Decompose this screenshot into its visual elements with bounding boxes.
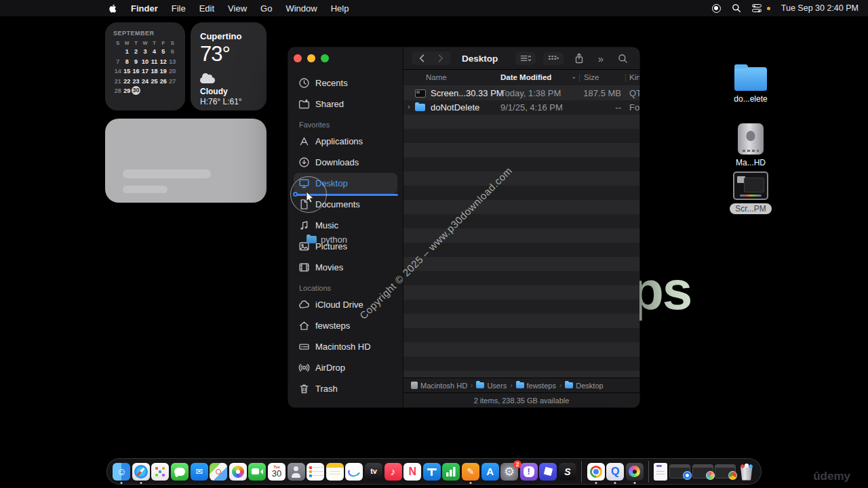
dock-mail[interactable]: ✉ <box>191 463 208 481</box>
column-header-name[interactable]: Name <box>426 73 447 81</box>
zoom-button[interactable] <box>321 54 329 62</box>
file-row-screen-30-33-pm[interactable]: Screen...30.33 PMToday, 1:38 PM187.5 MBQ… <box>403 86 639 100</box>
dock-minimized-window-1[interactable] <box>669 464 690 479</box>
dock-freeform[interactable] <box>345 463 363 481</box>
calendar-date-2: 2 <box>132 47 140 57</box>
dock-purple-exclaim-app[interactable]: ! <box>520 463 538 481</box>
dock-news[interactable]: N <box>403 463 421 481</box>
dock-launchpad[interactable] <box>151 463 169 481</box>
dock-music[interactable]: ♪ <box>384 463 402 481</box>
desktop-icon-donotdelete[interactable]: do...elete <box>722 67 780 104</box>
more-toolbar-button[interactable]: » <box>595 52 607 66</box>
calendar-widget[interactable]: SEPTEMBER SMTWTFS 1234567891011121314151… <box>105 22 185 110</box>
minimize-button[interactable] <box>307 54 315 62</box>
calendar-day-number: 30 <box>272 468 281 479</box>
file-list[interactable]: Screen...30.33 PMToday, 1:38 PM187.5 MBQ… <box>403 86 639 378</box>
menu-clock[interactable]: Tue Sep 30 2:40 PM <box>781 3 859 13</box>
path-segment-fewsteps[interactable]: fewsteps <box>516 382 556 390</box>
sidebar-item-fewsteps[interactable]: fewsteps <box>294 315 397 336</box>
dock-quicktime-player[interactable]: Q <box>606 463 624 481</box>
dock-document[interactable] <box>654 463 667 481</box>
placeholder-widget[interactable] <box>105 119 267 203</box>
sidebar-item-airdrop[interactable]: AirDrop <box>294 357 397 378</box>
calendar-date-10: 10 <box>140 57 149 67</box>
menu-item-edit[interactable]: Edit <box>193 3 221 14</box>
dock: ☺✉Tue30tv♪N✎A⚙2!SQ <box>106 458 762 485</box>
desktop-icon-screenshot[interactable]: Scr...PM <box>722 171 780 214</box>
dock-app-store[interactable]: A <box>481 463 499 481</box>
desktop: { "menu_bar": { "items": ["Finder", "Fil… <box>0 0 868 488</box>
column-divider[interactable] <box>579 74 580 82</box>
dock-messages[interactable] <box>171 463 189 481</box>
menu-item-file[interactable]: File <box>165 3 193 14</box>
column-header-size[interactable]: Size <box>584 73 599 81</box>
dock-calendar[interactable]: Tue30 <box>268 463 285 481</box>
desktop-icon-macintosh-hd[interactable]: Ma...HD <box>722 123 780 167</box>
menu-item-view[interactable]: View <box>221 3 254 14</box>
sidebar-item-downloads[interactable]: Downloads <box>294 152 397 173</box>
sidebar-item-icloud-drive[interactable]: iCloud Drive <box>294 294 397 315</box>
dock-safari[interactable] <box>132 463 150 481</box>
dock-photos[interactable] <box>229 463 247 481</box>
spotlight-search-icon[interactable] <box>732 3 741 13</box>
column-header-date-modified[interactable]: Date Modified <box>500 73 551 81</box>
dock-maps[interactable] <box>210 463 227 481</box>
path-segment-desktop[interactable]: Desktop <box>565 382 603 390</box>
forward-button[interactable] <box>436 54 445 63</box>
dock-facetime[interactable] <box>248 463 266 481</box>
dock-minimized-window-2[interactable] <box>692 464 713 479</box>
sidebar-item-shared[interactable]: Shared <box>294 94 397 115</box>
dock-keynote[interactable] <box>423 463 441 481</box>
menu-item-go[interactable]: Go <box>254 3 279 14</box>
control-center-icon[interactable] <box>752 4 762 12</box>
view-options-button[interactable] <box>515 52 536 65</box>
dock-pages[interactable]: ✎ <box>462 463 479 481</box>
dock-trash[interactable] <box>738 463 755 481</box>
path-segment-users[interactable]: Users <box>476 382 507 390</box>
placeholder-bar <box>123 169 211 178</box>
sidebar-item-applications[interactable]: Applications <box>294 131 397 152</box>
chevron-double-right-icon: » <box>598 54 604 64</box>
dock-final-cut-pro[interactable] <box>626 463 644 481</box>
column-header-kind[interactable]: Kind <box>629 73 639 81</box>
sidebar-item-music[interactable]: Music <box>294 215 397 236</box>
dock-contacts[interactable] <box>288 463 305 481</box>
file-date-modified: Today, 1:38 PM <box>500 88 561 98</box>
calendar-date-13: 13 <box>168 57 177 67</box>
weather-widget[interactable]: Cupertino 73° Cloudy H:76° L:61° <box>191 22 267 110</box>
dock-s-app[interactable]: S <box>559 463 576 481</box>
dock-blue-square-app[interactable] <box>539 463 557 481</box>
running-indicator-dot <box>595 482 597 484</box>
dock-system-settings[interactable]: ⚙2 <box>500 463 518 481</box>
sidebar-item-macintosh-hd[interactable]: Macintosh HD <box>294 336 397 357</box>
dock-apple-tv[interactable]: tv <box>365 463 382 481</box>
apple-menu[interactable] <box>102 3 124 14</box>
menu-item-finder[interactable]: Finder <box>124 3 165 14</box>
dragged-item-python[interactable]: python <box>307 235 347 245</box>
dock-finder[interactable]: ☺ <box>113 463 130 481</box>
column-divider[interactable] <box>625 74 626 82</box>
menu-item-window[interactable]: Window <box>279 3 323 14</box>
calendar-grid: 1234567891011121314151617181920212223242… <box>113 47 177 96</box>
screen-recording-indicator-icon[interactable] <box>712 4 721 13</box>
back-button[interactable] <box>418 54 427 63</box>
path-segment-macintosh-hd[interactable]: Macintosh HD <box>411 382 467 390</box>
dock-google-chrome[interactable] <box>587 463 605 481</box>
search-button[interactable] <box>614 52 631 66</box>
finder-toolbar: Desktop » <box>403 47 639 70</box>
dock-numbers[interactable] <box>442 463 460 481</box>
group-by-button[interactable] <box>543 52 564 65</box>
disclosure-chevron-icon[interactable]: › <box>408 102 410 110</box>
window-title[interactable]: Desktop <box>462 54 498 64</box>
share-button[interactable] <box>571 51 587 66</box>
dock-notes[interactable] <box>326 463 344 481</box>
dock-reminders[interactable] <box>307 463 324 481</box>
sidebar-item-recents[interactable]: Recents <box>294 73 397 94</box>
menu-item-help[interactable]: Help <box>324 3 356 14</box>
file-row-donotdelete[interactable]: ›doNotDelete9/1/25, 4:16 PM--Fol <box>403 100 639 115</box>
close-button[interactable] <box>294 54 302 62</box>
sidebar-item-trash[interactable]: Trash <box>294 378 397 399</box>
sidebar-item-label: Macintosh HD <box>315 342 371 352</box>
sidebar-item-movies[interactable]: Movies <box>294 257 397 278</box>
dock-minimized-window-3[interactable] <box>715 464 736 479</box>
